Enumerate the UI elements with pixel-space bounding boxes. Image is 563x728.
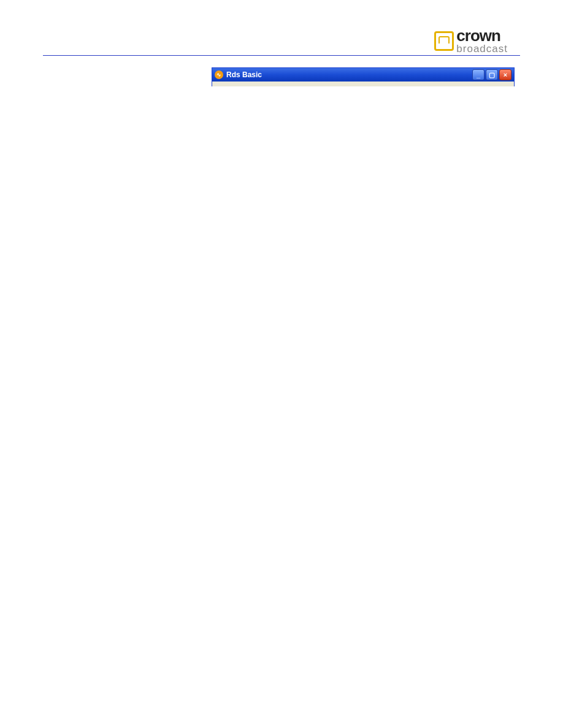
window-rds-basic: ∿ Rds Basic _ ▢ × Scroll Definition Tags… [212, 67, 515, 86]
close-button[interactable]: × [499, 69, 511, 80]
rss-icon: ∿ [215, 70, 223, 79]
window-title: Rds Basic [226, 70, 472, 79]
crown-logo-icon [434, 31, 454, 51]
logo-text-bottom: broadcast [456, 44, 508, 54]
logo-text-top: crown [456, 28, 508, 44]
minimize-button[interactable]: _ [472, 69, 484, 80]
logo: crown broadcast [434, 28, 508, 54]
divider-top [43, 55, 520, 56]
maximize-button[interactable]: ▢ [486, 69, 498, 80]
titlebar-rds-basic[interactable]: ∿ Rds Basic _ ▢ × [212, 68, 514, 82]
